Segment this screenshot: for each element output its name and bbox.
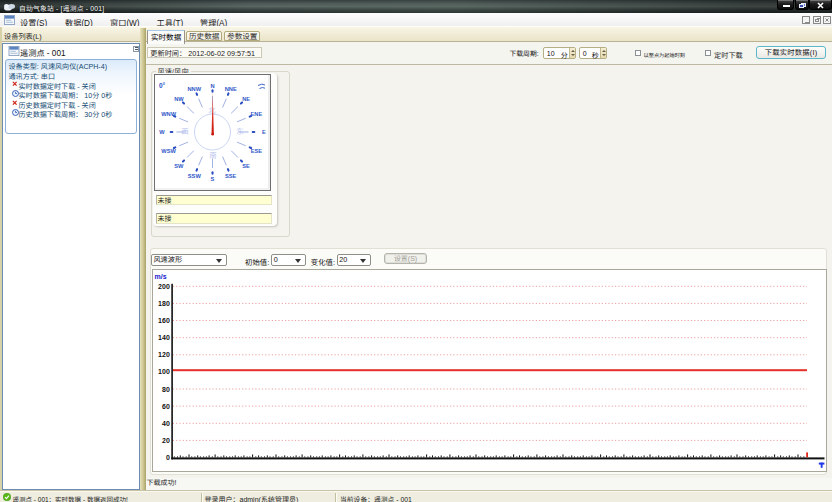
svg-text:NNE: NNE bbox=[225, 86, 237, 92]
svg-text:N: N bbox=[210, 83, 214, 89]
svg-text:20: 20 bbox=[162, 437, 170, 444]
svg-text:0°: 0° bbox=[159, 82, 166, 89]
svg-text:W: W bbox=[159, 129, 165, 135]
svg-text:120: 120 bbox=[158, 351, 170, 358]
svg-text:0: 0 bbox=[166, 454, 170, 461]
svg-text:m/s: m/s bbox=[155, 273, 167, 280]
svg-text:WNW: WNW bbox=[161, 111, 176, 117]
svg-text:100: 100 bbox=[158, 368, 170, 375]
svg-text:NE: NE bbox=[242, 96, 250, 102]
svg-text:SW: SW bbox=[174, 163, 184, 169]
svg-text:140: 140 bbox=[158, 334, 170, 341]
svg-text:南: 南 bbox=[209, 151, 216, 160]
svg-text:200: 200 bbox=[158, 282, 170, 289]
svg-text:东: 东 bbox=[236, 127, 243, 136]
svg-text:E: E bbox=[262, 129, 266, 135]
svg-text:WSW: WSW bbox=[161, 148, 176, 154]
svg-text:西: 西 bbox=[181, 127, 188, 136]
svg-text:NW: NW bbox=[174, 96, 184, 102]
svg-text:SSE: SSE bbox=[225, 173, 237, 179]
svg-text:S: S bbox=[211, 176, 215, 182]
svg-text:180: 180 bbox=[158, 300, 170, 307]
svg-text:SE: SE bbox=[242, 163, 250, 169]
svg-text:80: 80 bbox=[162, 385, 170, 392]
svg-text:40: 40 bbox=[162, 419, 170, 426]
svg-text:60: 60 bbox=[162, 402, 170, 409]
svg-text:ENE: ENE bbox=[251, 111, 263, 117]
svg-text:NNW: NNW bbox=[188, 86, 202, 92]
svg-text:160: 160 bbox=[158, 317, 170, 324]
svg-text:SSW: SSW bbox=[188, 173, 202, 179]
svg-text:ESE: ESE bbox=[251, 148, 263, 154]
